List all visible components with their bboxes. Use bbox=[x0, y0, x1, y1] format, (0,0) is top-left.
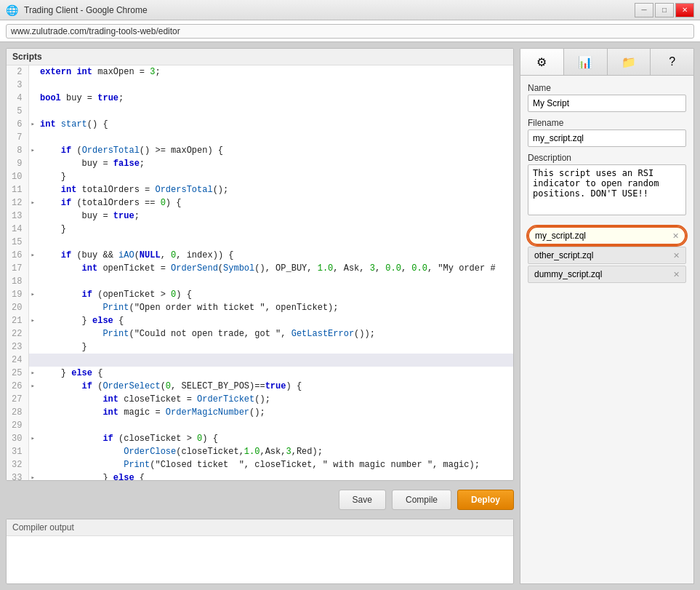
filename-label: Filename bbox=[528, 118, 686, 128]
name-field-group: Name bbox=[528, 83, 686, 112]
table-row: 11 int totalOrders = OrdersTotal(); bbox=[7, 183, 513, 196]
fold-arrow[interactable]: ▸ bbox=[28, 118, 37, 131]
table-row: 16▸ if (buy && iAO(NULL, 0, index)) { bbox=[7, 249, 513, 262]
table-row: 13 buy = true; bbox=[7, 210, 513, 223]
line-number: 17 bbox=[7, 262, 28, 275]
line-content bbox=[37, 131, 513, 144]
table-row: 25▸ } else { bbox=[7, 367, 513, 380]
help-icon: ? bbox=[669, 55, 675, 68]
script-list: my_script.zql✕other_script.zql✕dummy_scr… bbox=[528, 226, 686, 283]
line-number: 18 bbox=[7, 275, 28, 288]
table-row: 20 Print("Open order with ticket ", open… bbox=[7, 301, 513, 314]
help-toolbar-button[interactable]: ? bbox=[651, 49, 693, 75]
list-item[interactable]: dummy_script.zql✕ bbox=[528, 266, 686, 283]
fold-arrow bbox=[28, 419, 37, 432]
line-number: 31 bbox=[7, 445, 28, 458]
fold-arrow bbox=[28, 327, 37, 340]
right-panel: ⚙ 📊 📁 ? Name Filename Descrip bbox=[520, 48, 694, 584]
fold-arrow[interactable]: ▸ bbox=[28, 314, 37, 327]
window-controls: ─ □ ✕ bbox=[635, 3, 694, 17]
settings-toolbar-button[interactable]: ⚙ bbox=[520, 49, 564, 75]
line-number: 26 bbox=[7, 380, 28, 393]
table-row: 33▸ } else { bbox=[7, 471, 513, 480]
line-number: 4 bbox=[7, 92, 28, 105]
line-content: } else { bbox=[37, 314, 513, 327]
description-field-group: Description This script uses an RSI indi… bbox=[528, 153, 686, 218]
fold-arrow bbox=[28, 354, 37, 367]
fold-arrow[interactable]: ▸ bbox=[28, 380, 37, 393]
line-number: 20 bbox=[7, 301, 28, 314]
editor-header: Scripts bbox=[7, 49, 513, 65]
gear-icon: ⚙ bbox=[536, 55, 547, 69]
table-row: 32 Print("Closed ticket ", closeTicket, … bbox=[7, 458, 513, 471]
fold-arrow[interactable]: ▸ bbox=[28, 288, 37, 301]
fold-arrow bbox=[28, 406, 37, 419]
line-content bbox=[37, 236, 513, 249]
close-icon[interactable]: ✕ bbox=[673, 251, 680, 260]
list-item[interactable]: my_script.zql✕ bbox=[528, 226, 686, 245]
filename-field-group: Filename bbox=[528, 118, 686, 147]
line-number: 27 bbox=[7, 393, 28, 406]
table-row: 30▸ if (closeTicket > 0) { bbox=[7, 432, 513, 445]
table-row: 29 bbox=[7, 419, 513, 432]
fold-arrow bbox=[28, 223, 37, 236]
fold-arrow[interactable]: ▸ bbox=[28, 471, 37, 480]
line-number: 19 bbox=[7, 288, 28, 301]
close-icon[interactable]: ✕ bbox=[672, 231, 679, 241]
line-content: bool buy = true; bbox=[37, 92, 513, 105]
chart-icon: 📊 bbox=[578, 55, 592, 69]
close-icon[interactable]: ✕ bbox=[673, 270, 680, 279]
name-input[interactable] bbox=[528, 95, 686, 112]
folder-icon: 📁 bbox=[621, 55, 636, 69]
line-number: 6 bbox=[7, 118, 28, 131]
window-title: Trading Client - Google Chrome bbox=[24, 5, 629, 15]
line-number: 12 bbox=[7, 196, 28, 210]
save-button[interactable]: Save bbox=[339, 490, 386, 510]
filename-input[interactable] bbox=[528, 129, 686, 147]
line-content: } bbox=[37, 340, 513, 354]
minimize-button[interactable]: ─ bbox=[635, 3, 653, 17]
folder-toolbar-button[interactable]: 📁 bbox=[608, 49, 651, 75]
script-name: my_script.zql bbox=[535, 231, 586, 241]
line-content: int magic = OrderMagicNumber(); bbox=[37, 406, 513, 419]
line-number: 11 bbox=[7, 183, 28, 196]
compile-button[interactable]: Compile bbox=[392, 490, 451, 510]
table-row: 21▸ } else { bbox=[7, 314, 513, 327]
fold-arrow[interactable]: ▸ bbox=[28, 367, 37, 380]
line-number: 25 bbox=[7, 367, 28, 380]
line-content: Print("Could not open trade, got ", GetL… bbox=[37, 327, 513, 340]
deploy-button[interactable]: Deploy bbox=[457, 490, 514, 510]
table-row: 7 bbox=[7, 131, 513, 144]
title-bar: 🌐 Trading Client - Google Chrome ─ □ ✕ bbox=[0, 0, 700, 20]
address-input[interactable] bbox=[6, 24, 694, 39]
fold-arrow[interactable]: ▸ bbox=[28, 196, 37, 210]
address-bar bbox=[0, 20, 700, 42]
line-content bbox=[37, 275, 513, 288]
fold-arrow[interactable]: ▸ bbox=[28, 249, 37, 262]
table-row: 2extern int maxOpen = 3; bbox=[7, 65, 513, 79]
line-number: 3 bbox=[7, 79, 28, 92]
chart-toolbar-button[interactable]: 📊 bbox=[564, 49, 608, 75]
line-content: if (buy && iAO(NULL, 0, index)) { bbox=[37, 249, 513, 262]
browser-icon: 🌐 bbox=[6, 4, 18, 16]
right-content: Name Filename Description This script us… bbox=[520, 75, 694, 584]
line-number: 22 bbox=[7, 327, 28, 340]
name-label: Name bbox=[528, 83, 686, 93]
line-content: } else { bbox=[37, 471, 513, 480]
fold-arrow[interactable]: ▸ bbox=[28, 144, 37, 157]
fold-arrow bbox=[28, 445, 37, 458]
line-content bbox=[37, 105, 513, 118]
close-button[interactable]: ✕ bbox=[675, 3, 694, 17]
fold-arrow[interactable]: ▸ bbox=[28, 432, 37, 445]
fold-arrow bbox=[28, 301, 37, 314]
line-number: 28 bbox=[7, 406, 28, 419]
line-number: 29 bbox=[7, 419, 28, 432]
table-row: 24 bbox=[7, 354, 513, 367]
maximize-button[interactable]: □ bbox=[655, 3, 674, 17]
description-textarea[interactable]: This script uses an RSI indicator to ope… bbox=[528, 164, 686, 215]
fold-arrow bbox=[28, 157, 37, 170]
editor-body[interactable]: 2extern int maxOpen = 3;34bool buy = tru… bbox=[7, 65, 513, 480]
list-item[interactable]: other_script.zql✕ bbox=[528, 247, 686, 264]
fold-arrow bbox=[28, 275, 37, 288]
table-row: 9 buy = false; bbox=[7, 157, 513, 170]
